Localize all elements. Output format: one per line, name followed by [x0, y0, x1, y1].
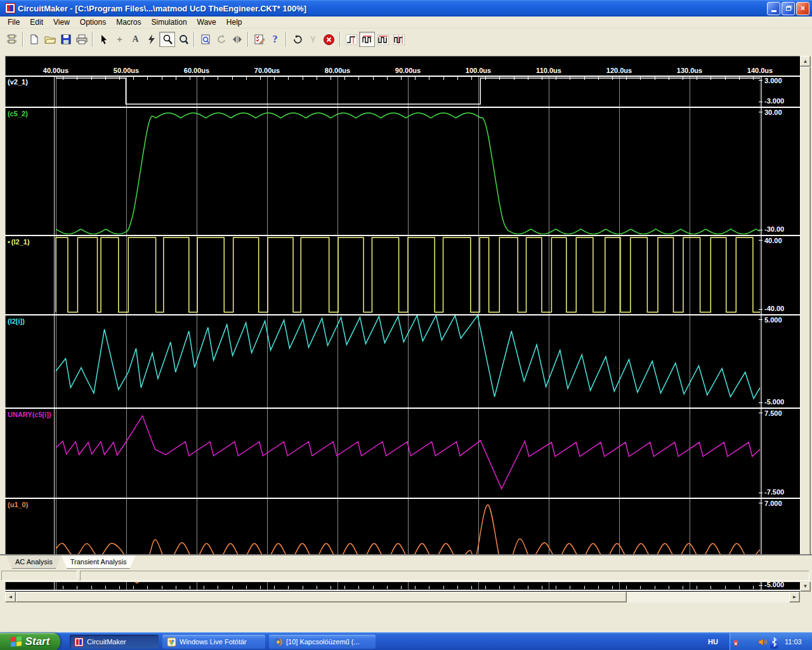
photo-gallery-icon	[167, 637, 176, 647]
mirror-arrows-icon	[232, 35, 242, 44]
menu-view[interactable]: View	[48, 17, 75, 28]
menu-options[interactable]: Options	[75, 17, 111, 28]
app-icon	[5, 3, 15, 13]
waveform-client-area	[5, 56, 800, 592]
menu-edit[interactable]: Edit	[25, 17, 48, 28]
wave-split-button[interactable]	[391, 32, 407, 47]
task-label: [10] Kapcsolóüzemű (...	[286, 638, 360, 646]
wrench-icon: Y	[310, 35, 316, 44]
toolbar-separator	[285, 32, 287, 47]
right-arrow-icon: ►	[792, 594, 797, 600]
volume-icon[interactable]	[758, 637, 768, 647]
taskbar-item-fototar[interactable]: Windows Live Fotótár	[162, 635, 265, 649]
select-tool-button[interactable]	[96, 32, 112, 47]
device-icon[interactable]	[746, 637, 756, 647]
taskbar-item-circuitmaker[interactable]: CircuitMaker	[70, 635, 159, 649]
status-cell-left	[1, 571, 77, 581]
zoom-tool-button[interactable]	[159, 32, 175, 47]
probe-tool-button[interactable]	[143, 32, 159, 47]
open-button[interactable]	[42, 32, 58, 47]
minimize-icon	[771, 10, 776, 12]
title-bar: CircuitMaker - [C:\Program Files\...\mat…	[0, 0, 812, 17]
task-label: Windows Live Fotótár	[180, 638, 247, 646]
stop-icon	[324, 34, 334, 45]
wave-split-icon	[393, 34, 405, 45]
rotate-button[interactable]	[213, 32, 229, 47]
task-label: CircuitMaker	[87, 638, 126, 646]
wire-tool-button[interactable]: +	[112, 32, 128, 47]
scroll-left-button[interactable]: ◄	[5, 592, 16, 602]
vertical-scroll-thumb[interactable]	[800, 67, 811, 581]
tab-ac-analysis[interactable]: AC Analysis	[6, 555, 62, 569]
mirror-button[interactable]	[229, 32, 245, 47]
toolbar-separator	[193, 32, 195, 47]
tab-transient-analysis[interactable]: Transient Analysis	[62, 555, 136, 569]
find-button[interactable]	[197, 32, 213, 47]
wave-step-icon	[346, 34, 357, 45]
horizontal-scrollbar[interactable]: ◄ ►	[5, 592, 800, 602]
system-tray: × 11:03	[730, 633, 812, 650]
new-button[interactable]	[26, 32, 42, 47]
new-document-icon	[29, 34, 39, 44]
check-list-icon	[254, 34, 265, 44]
toolbar-separator	[22, 32, 23, 47]
lightning-icon	[148, 34, 155, 44]
up-arrow-icon: ▲	[803, 58, 808, 64]
open-folder-icon	[44, 34, 56, 44]
find-document-icon	[200, 34, 211, 44]
menu-macros[interactable]: Macros	[111, 17, 146, 28]
undo-arrow-icon	[292, 34, 303, 44]
rotate-icon	[216, 34, 226, 44]
wave-digital-button[interactable]	[359, 32, 375, 47]
restore-button[interactable]	[782, 2, 795, 15]
cursor-icon	[100, 34, 108, 44]
status-bar	[0, 569, 812, 582]
horizontal-scroll-thumb[interactable]	[16, 592, 627, 602]
taskbar-item-browser[interactable]: [10] Kapcsolóüzemű (...	[269, 635, 376, 649]
rerun-button[interactable]	[289, 32, 305, 47]
setup-button[interactable]: Y	[305, 32, 321, 47]
scroll-down-button[interactable]: ▼	[800, 581, 811, 592]
print-button[interactable]	[74, 32, 89, 47]
help-icon: ?	[273, 34, 278, 44]
help-button[interactable]: ?	[267, 32, 283, 47]
left-arrow-icon: ◄	[8, 594, 13, 600]
vertical-scrollbar[interactable]: ▲ ▼	[800, 56, 811, 592]
wave-analog-button[interactable]	[375, 32, 391, 47]
stop-simulation-button[interactable]	[321, 32, 337, 47]
zoom-select-button[interactable]	[175, 32, 191, 47]
language-indicator[interactable]: HU	[702, 633, 724, 650]
toolbar: + A ? Y	[0, 29, 812, 50]
rules-check-button[interactable]	[251, 32, 267, 47]
window-title: CircuitMaker - [C:\Program Files\...\mat…	[18, 4, 767, 13]
save-button[interactable]	[58, 32, 74, 47]
circuitmaker-icon	[74, 637, 84, 647]
start-button[interactable]: Start	[0, 633, 60, 650]
bluetooth-icon[interactable]	[770, 637, 780, 647]
part-bin-button[interactable]	[4, 32, 20, 47]
wave-cursor-button[interactable]	[343, 32, 359, 47]
scroll-up-button[interactable]: ▲	[800, 56, 811, 67]
taskbar: Start CircuitMaker Windows Live Fotótár …	[0, 632, 812, 650]
analysis-tab-row: AC Analysis Transient Analysis	[0, 554, 812, 569]
text-tool-icon: A	[132, 35, 138, 44]
toolbar-separator	[339, 32, 341, 47]
scroll-right-button[interactable]: ►	[789, 592, 800, 602]
menu-wave[interactable]: Wave	[192, 17, 221, 28]
text-tool-button[interactable]: A	[128, 32, 143, 47]
down-arrow-icon: ▼	[803, 583, 808, 589]
firefox-icon	[273, 637, 283, 647]
close-button[interactable]: ×	[796, 2, 809, 15]
save-icon	[61, 34, 71, 44]
start-label: Start	[25, 635, 50, 648]
menu-file[interactable]: File	[3, 17, 25, 28]
toolbar-separator	[92, 32, 93, 47]
minimize-button[interactable]	[767, 2, 780, 15]
menu-simulation[interactable]: Simulation	[147, 17, 192, 28]
print-icon	[76, 34, 88, 44]
menu-help[interactable]: Help	[221, 17, 247, 28]
tray-clock[interactable]: 11:03	[785, 638, 802, 646]
security-shield-icon[interactable]: ×	[734, 637, 743, 647]
wire-tool-icon: +	[117, 35, 122, 44]
magnifier-icon	[162, 34, 173, 44]
